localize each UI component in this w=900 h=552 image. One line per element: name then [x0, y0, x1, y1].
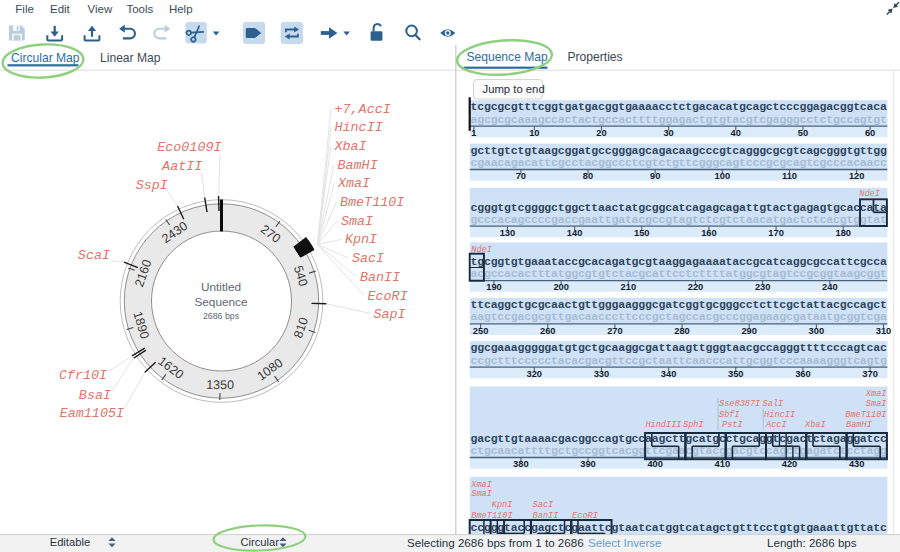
svg-text:SacI: SacI: [352, 251, 384, 266]
svg-text:SacI: SacI: [533, 500, 554, 510]
svg-text:Select Inverse: Select Inverse: [588, 536, 661, 549]
svg-text:40: 40: [731, 128, 741, 138]
svg-text:View: View: [88, 3, 113, 15]
svg-text:gcccacagccccgaccgaattgatacgccg: gcccacagccccgaccgaattgatacgccgtagtctcgtc…: [471, 213, 887, 226]
svg-text:agcgcgcaaagccactactgccacttttgg: agcgcgcaaagccactactgccacttttggagactgtgta…: [471, 113, 887, 126]
svg-text:360: 360: [795, 369, 811, 379]
svg-text:tgcggtgtgaaataccgcacagatgcgtaa: tgcggtgtgaaataccgcacagatgcgtaaggagaaaata…: [471, 255, 887, 268]
svg-text:BanII: BanII: [360, 270, 400, 285]
svg-text:+7,AccI: +7,AccI: [335, 102, 391, 117]
svg-text:330: 330: [594, 369, 610, 379]
svg-text:280: 280: [674, 326, 690, 336]
svg-text:50: 50: [798, 128, 808, 138]
svg-text:ttcaggctgcgcaactgttgggaagggcga: ttcaggctgcgcaactgttgggaagggcgatcggtgcggg…: [471, 298, 887, 311]
svg-text:430: 430: [849, 459, 865, 469]
svg-text:acgccacactttatggcgtgtctacgcatt: acgccacactttatggcgtgtctacgcattcctcttttat…: [471, 267, 887, 280]
svg-text:SmaI: SmaI: [471, 489, 492, 499]
svg-text:BsaI: BsaI: [79, 388, 111, 403]
svg-text:BanII: BanII: [533, 511, 559, 521]
svg-text:250: 250: [473, 326, 489, 336]
svg-text:1: 1: [471, 128, 476, 138]
svg-text:Editable: Editable: [50, 536, 90, 548]
svg-text:KpnI: KpnI: [345, 232, 377, 247]
svg-text:230: 230: [755, 282, 771, 292]
svg-text:XbaI: XbaI: [334, 139, 367, 154]
svg-text:110: 110: [782, 171, 797, 181]
svg-text:Selecting 2686 bps from 1 to 2: Selecting 2686 bps from 1 to 2686: [407, 536, 584, 549]
svg-text:370: 370: [862, 369, 878, 379]
svg-text:380: 380: [513, 459, 529, 469]
svg-text:100: 100: [715, 171, 731, 181]
svg-text:300: 300: [809, 326, 825, 336]
svg-text:Sequence: Sequence: [194, 295, 248, 309]
svg-text:Help: Help: [169, 3, 193, 15]
svg-text:tcgcgcgtttcggtgatgacggtgaaaacc: tcgcgcgtttcggtgatgacggtgaaaacctctgacacat…: [471, 100, 887, 113]
svg-text:Circular Map: Circular Map: [11, 51, 80, 65]
svg-text:350: 350: [728, 369, 744, 379]
svg-text:320: 320: [527, 369, 543, 379]
svg-text:200: 200: [553, 282, 569, 292]
svg-text:Properties: Properties: [568, 50, 623, 64]
svg-text:Edit: Edit: [50, 3, 71, 15]
svg-text:Sse8387I: Sse8387I: [719, 399, 760, 409]
svg-text:70: 70: [516, 171, 526, 181]
svg-text:BmeT110I: BmeT110I: [471, 511, 512, 521]
svg-text:240: 240: [822, 282, 838, 292]
svg-text:220: 220: [688, 282, 704, 292]
svg-text:SapI: SapI: [374, 307, 406, 322]
svg-text:File: File: [15, 3, 34, 15]
svg-text:30: 30: [663, 128, 673, 138]
svg-text:260: 260: [540, 326, 556, 336]
svg-text:KpnI: KpnI: [492, 500, 513, 510]
svg-text:60: 60: [865, 128, 875, 138]
svg-text:290: 290: [741, 326, 757, 336]
svg-text:aagtccgacgcgttgacaacccttcccgct: aagtccgacgcgttgacaacccttcccgctagccacgccc…: [471, 310, 887, 323]
svg-text:140: 140: [567, 228, 583, 238]
svg-text:SphI: SphI: [683, 420, 704, 430]
svg-text:20: 20: [596, 128, 606, 138]
svg-text:XmaI: XmaI: [337, 176, 370, 191]
svg-text:HincII: HincII: [764, 410, 795, 420]
svg-text:ScaI: ScaI: [78, 248, 110, 263]
svg-text:210: 210: [621, 282, 637, 292]
svg-text:180: 180: [835, 228, 851, 238]
svg-text:BamHI: BamHI: [338, 158, 378, 173]
svg-text:SalI: SalI: [763, 399, 784, 409]
svg-text:150: 150: [634, 228, 650, 238]
svg-text:SbfI: SbfI: [719, 410, 740, 420]
svg-text:410: 410: [715, 459, 731, 469]
svg-text:BmeT110I: BmeT110I: [845, 410, 886, 420]
svg-text:340: 340: [661, 369, 677, 379]
svg-text:1350: 1350: [206, 378, 234, 392]
svg-text:AatII: AatII: [161, 159, 202, 174]
svg-text:HindIII: HindIII: [645, 420, 681, 430]
svg-text:EcoRI: EcoRI: [572, 511, 598, 521]
svg-text:420: 420: [782, 459, 798, 469]
svg-text:cgaacagacattcgcctacggccctcgtct: cgaacagacattcgcctacggccctcgtctgttcgggcag…: [471, 156, 887, 169]
svg-text:XmaI: XmaI: [865, 389, 887, 399]
svg-text:Circular: Circular: [240, 536, 279, 548]
svg-text:BamHI: BamHI: [846, 420, 872, 430]
svg-text:EcoRI: EcoRI: [368, 289, 408, 304]
svg-text:Cfr10I: Cfr10I: [59, 368, 107, 383]
svg-text:390: 390: [580, 459, 596, 469]
svg-text:XbaI: XbaI: [804, 420, 826, 430]
svg-text:Tools: Tools: [126, 3, 153, 15]
svg-text:ccgggtaccgagctcgaattcgtaatcatg: ccgggtaccgagctcgaattcgtaatcatggtcatagctg…: [471, 521, 887, 534]
svg-text:Untitled: Untitled: [201, 280, 241, 294]
svg-text:190: 190: [486, 282, 502, 292]
svg-text:Sequence Map: Sequence Map: [466, 50, 548, 64]
svg-text:Eco0109I: Eco0109I: [157, 140, 221, 155]
svg-text:120: 120: [849, 171, 865, 181]
svg-text:160: 160: [701, 228, 717, 238]
svg-text:400: 400: [647, 459, 663, 469]
svg-text:10: 10: [529, 128, 539, 138]
svg-text:AccI: AccI: [765, 420, 787, 430]
svg-text:BmeT110I: BmeT110I: [340, 195, 404, 210]
svg-text:80: 80: [583, 171, 593, 181]
svg-text:ggcgaaagggggatgtgctgcaaggcgatt: ggcgaaagggggatgtgctgcaaggcgattaagttgggta…: [471, 341, 887, 354]
svg-text:2686 bps: 2686 bps: [203, 311, 240, 321]
svg-text:ccgctttccccctacacgacgttccgctaa: ccgctttccccctacacgacgttccgctaattcaacccat…: [471, 354, 887, 367]
svg-text:NdeI: NdeI: [859, 189, 880, 199]
svg-text:HincII: HincII: [335, 120, 383, 135]
